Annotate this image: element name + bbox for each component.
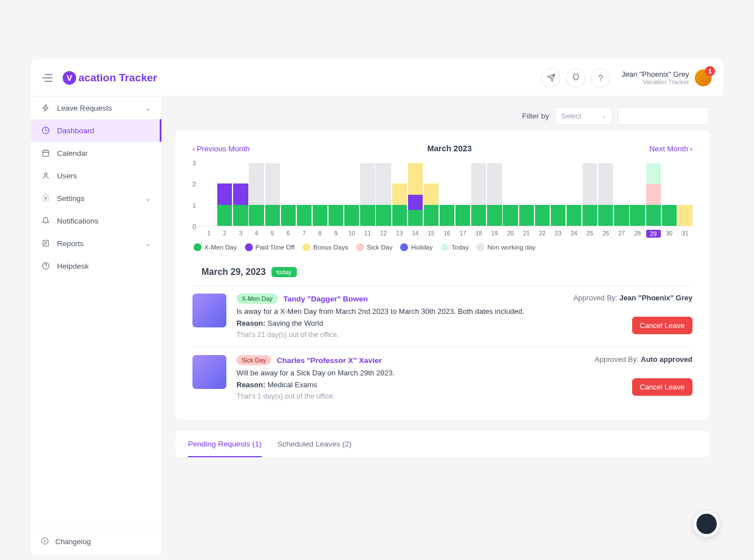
dashboard-icon xyxy=(41,126,50,135)
sidebar-item-dashboard[interactable]: Dashboard xyxy=(31,119,161,142)
info-icon: ⓘ xyxy=(41,536,49,546)
sidebar-item-label: Notifications xyxy=(57,217,99,225)
svg-rect-1 xyxy=(43,150,49,156)
lightbulb-icon[interactable] xyxy=(566,68,585,88)
sidebar-item-reports[interactable]: Reports⌄ xyxy=(31,232,161,255)
sidebar-item-label: Dashboard xyxy=(57,126,94,135)
requests-card: Pending Requests (1)Scheduled Leaves (2) xyxy=(176,431,709,457)
sidebar-item-settings[interactable]: Settings⌄ xyxy=(31,187,161,209)
sidebar-item-changelog[interactable]: ⓘ Changelog xyxy=(31,528,161,554)
x-tick: 13 xyxy=(392,230,407,238)
day-column xyxy=(297,163,312,226)
calendar-card: ‹Previous Month March 2023 Next Month› 3… xyxy=(176,130,709,419)
leave-meta: That's 21 day(s) out of the office. xyxy=(236,331,573,339)
logo[interactable]: V acation Tracker xyxy=(63,71,157,85)
month-title: March 2023 xyxy=(427,144,472,153)
help-icon[interactable]: ? xyxy=(591,68,610,88)
day-column xyxy=(614,163,629,226)
leave-type-tag: X-Men Day xyxy=(236,294,278,304)
day-column xyxy=(598,163,613,226)
notifications-icon xyxy=(41,216,50,225)
day-column xyxy=(392,163,407,226)
x-tick: 2 xyxy=(217,230,232,238)
sidebar-item-leave-requests[interactable]: Leave Requests⌄ xyxy=(31,97,161,119)
filter-select[interactable]: Select ⌄ xyxy=(555,107,612,125)
leave-chart: 3210 12345678910111213141516171819202122… xyxy=(192,163,692,251)
sidebar-item-helpdesk[interactable]: Helpdesk xyxy=(31,255,161,277)
x-tick: 28 xyxy=(630,230,645,238)
x-tick: 16 xyxy=(440,230,454,238)
day-column xyxy=(455,163,470,226)
x-tick: 15 xyxy=(424,230,439,238)
leave-reason: Reason: Medical Exams xyxy=(236,380,595,389)
helpdesk-icon xyxy=(41,261,50,270)
leave-description: Will be away for a Sick Day on March 29t… xyxy=(236,369,595,377)
day-column xyxy=(376,163,391,226)
day-column xyxy=(551,163,566,226)
tab-pending[interactable]: Pending Requests (1) xyxy=(188,431,262,457)
approved-by: Approved By: Auto approved xyxy=(595,355,692,364)
cancel-leave-button[interactable]: Cancel Leave xyxy=(632,317,693,334)
leave-row: X-Men Day Tandy "Dagger" Bowen Is away f… xyxy=(192,285,692,347)
day-column xyxy=(678,163,692,226)
cancel-leave-button[interactable]: Cancel Leave xyxy=(632,378,693,396)
day-column xyxy=(567,163,581,226)
x-tick: 24 xyxy=(567,230,581,238)
day-column xyxy=(646,163,661,226)
reports-icon xyxy=(41,239,50,248)
sidebar-item-users[interactable]: Users xyxy=(31,164,161,187)
x-tick: 23 xyxy=(551,230,566,238)
x-tick: 10 xyxy=(344,230,359,238)
x-tick: 11 xyxy=(360,230,375,238)
menu-toggle-icon[interactable] xyxy=(42,74,52,82)
legend-item: Paid Time Off xyxy=(245,243,295,251)
filter-secondary[interactable] xyxy=(618,107,709,125)
next-month-button[interactable]: Next Month› xyxy=(649,145,692,153)
x-tick: 29 xyxy=(646,230,661,238)
chat-avatar xyxy=(696,514,717,534)
day-column xyxy=(471,163,486,226)
leave-row: Sick Day Charles "Professor X" Xavier Wi… xyxy=(192,347,692,408)
day-column xyxy=(487,163,502,226)
send-icon[interactable] xyxy=(541,68,560,88)
leave-reason: Reason: Saving the World xyxy=(236,319,573,327)
user-org: Vacation Tracker xyxy=(621,78,689,85)
logo-icon: V xyxy=(63,71,76,85)
x-tick: 26 xyxy=(598,230,613,238)
x-tick: 18 xyxy=(471,230,486,238)
day-column xyxy=(344,163,359,226)
user-menu[interactable]: Jean "Phoenix" Grey Vacation Tracker 1 xyxy=(621,69,712,86)
leave-type-tag: Sick Day xyxy=(236,355,271,365)
content: Filter by Select ⌄ ‹Previous Month March… xyxy=(162,97,723,554)
user-name: Jean "Phoenix" Grey xyxy=(621,70,689,78)
logo-text: acation Tracker xyxy=(78,72,157,84)
x-tick: 8 xyxy=(313,230,327,238)
day-column xyxy=(249,163,264,226)
prev-month-button[interactable]: ‹Previous Month xyxy=(192,145,249,153)
x-tick: 6 xyxy=(281,230,296,238)
x-tick: 12 xyxy=(376,230,391,238)
leave-meta: That's 1 day(s) out of the office. xyxy=(236,392,595,400)
avatar: 1 xyxy=(695,69,712,86)
x-tick: 9 xyxy=(328,230,343,238)
chevron-right-icon: › xyxy=(690,145,692,153)
section-date: March 29, 2023 today xyxy=(201,267,692,277)
chat-widget[interactable] xyxy=(693,510,720,537)
tab-scheduled[interactable]: Scheduled Leaves (2) xyxy=(278,431,352,457)
day-column xyxy=(328,163,343,226)
person-link[interactable]: Tandy "Dagger" Bowen xyxy=(283,295,368,303)
day-column xyxy=(630,163,645,226)
sidebar-item-label: Settings xyxy=(57,194,85,203)
day-column xyxy=(503,163,518,226)
sidebar-item-notifications[interactable]: Notifications xyxy=(31,209,161,232)
leave-description: Is away for a X-Men Day from March 2nd 2… xyxy=(236,307,573,316)
chevron-down-icon: ⌄ xyxy=(144,103,151,112)
day-column xyxy=(281,163,296,226)
sidebar-item-label: Leave Requests xyxy=(57,104,112,112)
person-link[interactable]: Charles "Professor X" Xavier xyxy=(277,356,382,365)
day-column xyxy=(440,163,454,226)
x-tick: 1 xyxy=(201,230,216,238)
sidebar-item-label: Calendar xyxy=(57,149,88,158)
sidebar-item-calendar[interactable]: Calendar xyxy=(31,142,161,164)
legend-item: Holiday xyxy=(400,243,432,251)
